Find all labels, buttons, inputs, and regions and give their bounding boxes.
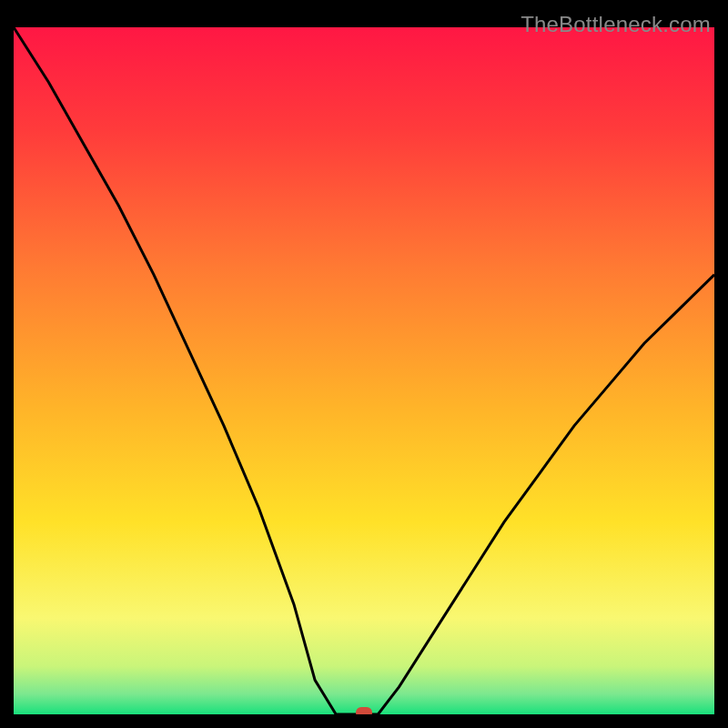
optimal-marker [356,707,372,714]
chart-frame: TheBottleneck.com [14,14,714,714]
gradient-background [14,27,714,714]
attribution-watermark: TheBottleneck.com [521,12,711,37]
bottleneck-chart [14,14,714,714]
